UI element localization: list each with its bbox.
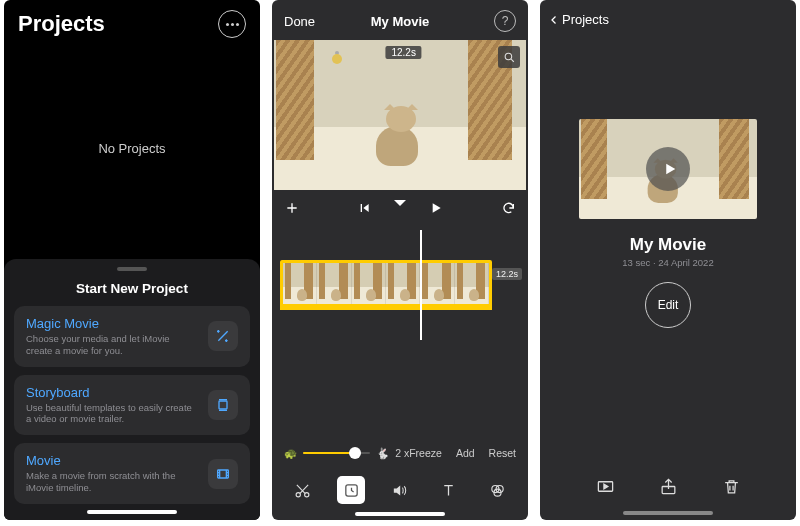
volume-tool[interactable]: [386, 476, 414, 504]
text-tool[interactable]: [435, 476, 463, 504]
option-title: Magic Movie: [26, 316, 198, 331]
magic-wand-icon: [208, 321, 238, 351]
undo-button[interactable]: [500, 200, 516, 220]
speed-controls: 🐢 🐇 2 x Freeze Add Reset: [272, 440, 528, 466]
projects-screen: Projects No Projects Start New Project M…: [4, 0, 260, 520]
audio-track[interactable]: [280, 304, 492, 310]
home-indicator[interactable]: [87, 510, 177, 514]
speed-value: 2 x: [395, 447, 409, 459]
project-meta: 13 sec · 24 April 2022: [622, 257, 713, 268]
sheet-title: Start New Project: [14, 281, 250, 296]
project-title: My Movie: [630, 235, 707, 255]
svg-point-3: [296, 492, 300, 496]
option-subtitle: Make a movie from scratch with the iMovi…: [26, 470, 198, 494]
delete-button[interactable]: [722, 477, 741, 500]
sheet-grabber[interactable]: [117, 267, 147, 271]
rabbit-icon: 🐇: [376, 447, 389, 460]
back-button[interactable]: Projects: [540, 0, 796, 39]
option-title: Storyboard: [26, 385, 198, 400]
cut-tool[interactable]: [288, 476, 316, 504]
clip-duration-label: 12.2s: [492, 268, 522, 280]
option-subtitle: Use beautiful templates to easily create…: [26, 402, 198, 426]
project-area: My Movie 13 sec · 24 April 2022 Edit: [540, 39, 796, 463]
home-indicator[interactable]: [623, 511, 713, 515]
previous-button[interactable]: [356, 200, 372, 220]
ellipsis-icon: [226, 23, 239, 26]
play-button[interactable]: [428, 200, 444, 220]
play-fullscreen-button[interactable]: [596, 477, 615, 500]
speed-slider[interactable]: [303, 452, 370, 454]
svg-rect-0: [219, 401, 227, 409]
timeline[interactable]: 12.2s: [272, 230, 528, 340]
storyboard-icon: [208, 390, 238, 420]
share-button[interactable]: [659, 477, 678, 500]
preview-content: [276, 40, 314, 160]
help-button[interactable]: ?: [494, 10, 516, 32]
transport-bar: [272, 190, 528, 230]
projects-title: Projects: [18, 11, 105, 37]
project-detail-screen: Projects My Movie 13 sec · 24 April 2022…: [540, 0, 796, 520]
empty-state-text: No Projects: [4, 38, 260, 259]
speed-tool[interactable]: [337, 476, 365, 504]
add-media-button[interactable]: [284, 200, 300, 220]
preview-content: [332, 54, 342, 64]
option-storyboard[interactable]: Storyboard Use beautiful templates to ea…: [14, 375, 250, 436]
option-subtitle: Choose your media and let iMovie create …: [26, 333, 198, 357]
done-button[interactable]: Done: [284, 14, 315, 29]
option-magic-movie[interactable]: Magic Movie Choose your media and let iM…: [14, 306, 250, 367]
home-indicator[interactable]: [355, 512, 445, 516]
editor-header: Done My Movie ?: [272, 0, 528, 40]
projects-header: Projects: [4, 0, 260, 38]
freeze-button[interactable]: Freeze: [409, 447, 442, 459]
duration-badge: 12.2s: [385, 46, 421, 59]
reset-speed-button[interactable]: Reset: [489, 447, 516, 459]
playhead[interactable]: [420, 230, 422, 340]
option-movie[interactable]: Movie Make a movie from scratch with the…: [14, 443, 250, 504]
project-thumbnail[interactable]: [579, 119, 757, 219]
more-options-button[interactable]: [218, 10, 246, 38]
zoom-button[interactable]: [498, 46, 520, 68]
film-icon: [208, 459, 238, 489]
back-label: Projects: [562, 12, 609, 27]
filters-tool[interactable]: [484, 476, 512, 504]
editor-screen: Done My Movie ? 12.2s: [272, 0, 528, 520]
edit-button[interactable]: Edit: [645, 282, 691, 328]
svg-point-4: [305, 492, 309, 496]
video-preview[interactable]: 12.2s: [274, 40, 526, 190]
option-title: Movie: [26, 453, 198, 468]
svg-point-2: [505, 53, 512, 60]
play-icon: [646, 147, 690, 191]
play-overlay[interactable]: [579, 119, 757, 219]
add-speed-button[interactable]: Add: [456, 447, 475, 459]
new-project-sheet: Start New Project Magic Movie Choose you…: [4, 259, 260, 520]
preview-content: [364, 86, 434, 166]
video-clip[interactable]: [280, 260, 492, 310]
turtle-icon: 🐢: [284, 447, 297, 460]
playhead-marker-icon: [394, 200, 406, 220]
